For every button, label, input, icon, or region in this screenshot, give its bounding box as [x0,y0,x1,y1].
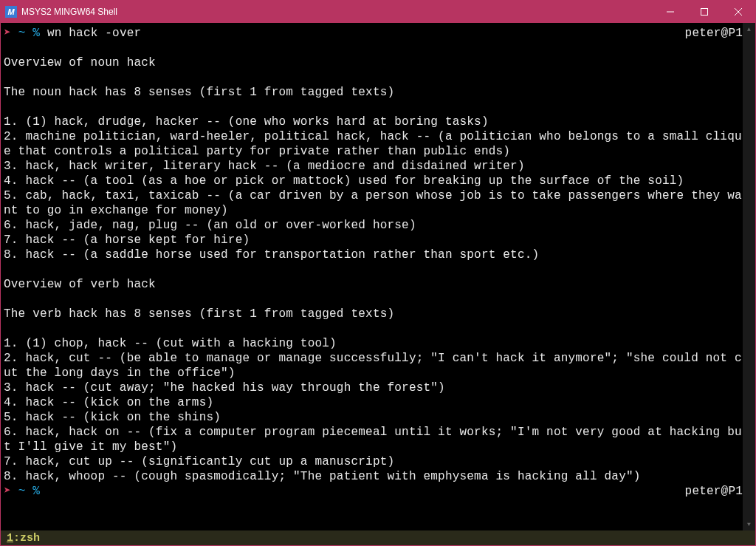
prompt-separator: % [32,27,40,40]
window-title: MSYS2 MINGW64 Shell [21,7,653,17]
svg-rect-1 [701,9,708,16]
prompt-user: peter@P1 [685,484,743,499]
scroll-down-icon[interactable]: ▼ [743,518,755,530]
titlebar[interactable]: M MSYS2 MINGW64 Shell [1,1,755,23]
scroll-up-icon[interactable]: ▲ [743,23,755,35]
prompt-command: wn hack -over [47,27,141,40]
prompt-path: ~ [18,485,26,498]
prompt-arrow-icon: ➤ [4,485,11,498]
maximize-button[interactable] [687,1,721,23]
prompt-arrow-icon: ➤ [4,27,11,40]
prompt-separator: % [32,485,40,498]
window-controls [653,1,755,23]
prompt-line: ➤ ~ % wn hack -overpeter@P1 [4,26,743,41]
terminal-area: ➤ ~ % wn hack -overpeter@P1 Overview of … [1,23,755,530]
prompt-path: ~ [18,27,26,40]
scroll-track[interactable] [743,35,755,518]
prompt-line: ➤ ~ % peter@P1 [4,484,743,499]
app-icon: M [5,6,17,18]
tmux-window-name: :zsh [13,532,40,545]
close-button[interactable] [721,1,755,23]
minimize-button[interactable] [653,1,687,23]
tmux-statusbar: 1:zsh [1,530,755,545]
prompt-user: peter@P1 [685,26,743,41]
terminal[interactable]: ➤ ~ % wn hack -overpeter@P1 Overview of … [1,23,743,530]
tmux-window-index: 1 [7,532,13,545]
terminal-output: Overview of noun hack The noun hack has … [4,56,742,483]
app-window: M MSYS2 MINGW64 Shell ➤ ~ % wn hack -ove… [0,0,756,546]
vertical-scrollbar[interactable]: ▲ ▼ [743,23,755,530]
